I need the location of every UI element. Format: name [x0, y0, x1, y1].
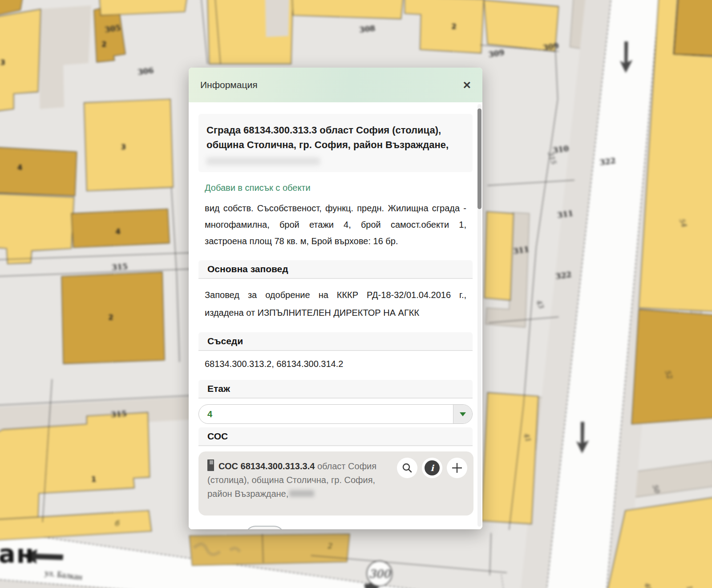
- dialog-title: Информация: [200, 80, 258, 90]
- add-object-button[interactable]: [447, 458, 467, 478]
- scrollbar-thumb[interactable]: [477, 109, 481, 209]
- map-label: 2: [108, 313, 113, 322]
- section-header-order: Основна заповед: [198, 260, 473, 279]
- chevron-down-icon: [460, 412, 466, 416]
- map-label: 2: [452, 22, 457, 31]
- sos-item-text: СОС 68134.300.313.3.4 област София (стол…: [207, 459, 399, 501]
- map-label: 1: [91, 475, 96, 483]
- zoom-to-object-button[interactable]: [397, 458, 417, 478]
- map-label: 308: [359, 24, 376, 34]
- map-label: 4: [116, 227, 121, 236]
- section-header-floor: Етаж: [198, 380, 473, 399]
- neighbors-text: 68134.300.313.2, 68134.300.314.2: [205, 359, 466, 369]
- map-label: 315: [111, 262, 128, 272]
- dialog-header: Информация ×: [189, 68, 482, 102]
- building-icon: [207, 459, 214, 471]
- redacted-fragment: [289, 490, 314, 497]
- info-icon: i: [425, 460, 440, 475]
- plus-icon: [451, 462, 463, 474]
- close-button[interactable]: ×: [463, 78, 471, 92]
- map-label: ан: [0, 539, 35, 568]
- magnifier-icon: [402, 463, 413, 473]
- object-title-card: Сграда 68134.300.313.3 област София (сто…: [198, 114, 473, 172]
- redacted-address: [206, 157, 320, 165]
- modal-scrollbar[interactable]: [477, 104, 481, 527]
- section-header-neighbors: Съседи: [198, 332, 473, 351]
- page-number-input[interactable]: [253, 528, 272, 529]
- sos-item-id: СОС 68134.300.313.3.4: [218, 461, 315, 471]
- sos-list-item[interactable]: СОС 68134.300.313.3.4 област София (стол…: [198, 451, 473, 516]
- order-text: Заповед за одобрение на КККР РД-18-32/01…: [205, 286, 466, 322]
- floor-select-value: 4: [207, 405, 212, 423]
- map-label: 315: [110, 409, 127, 419]
- map-label: 2: [101, 40, 106, 48]
- section-header-sos: СОС: [198, 427, 473, 446]
- add-to-list-link[interactable]: Добави в списък с обекти: [205, 183, 466, 193]
- object-info-button[interactable]: i: [422, 458, 442, 478]
- sos-pagination: 1 - 1 от 1 записи: [208, 525, 463, 529]
- map-label: 3: [0, 58, 5, 67]
- info-dialog: Информация × Сграда 68134.300.313.3 обла…: [189, 68, 482, 529]
- dialog-body: Сграда 68134.300.313.3 област София (сто…: [189, 102, 482, 529]
- map-label: 300: [368, 568, 391, 580]
- floor-select[interactable]: 4: [198, 404, 473, 424]
- page-number-field: [245, 526, 284, 529]
- map-label: 3: [121, 143, 126, 151]
- object-title-line: община Столична, гр. София, район Възраж…: [206, 137, 465, 152]
- select-arrow-box[interactable]: [453, 405, 472, 423]
- object-title-line: Сграда 68134.300.313.3 област София (сто…: [206, 123, 465, 137]
- map-label: 2: [327, 542, 332, 550]
- map-label: 4: [17, 163, 22, 172]
- object-description: вид собств. Съсобственост, функц. предн.…: [205, 200, 466, 250]
- sos-item-actions: i: [397, 458, 467, 478]
